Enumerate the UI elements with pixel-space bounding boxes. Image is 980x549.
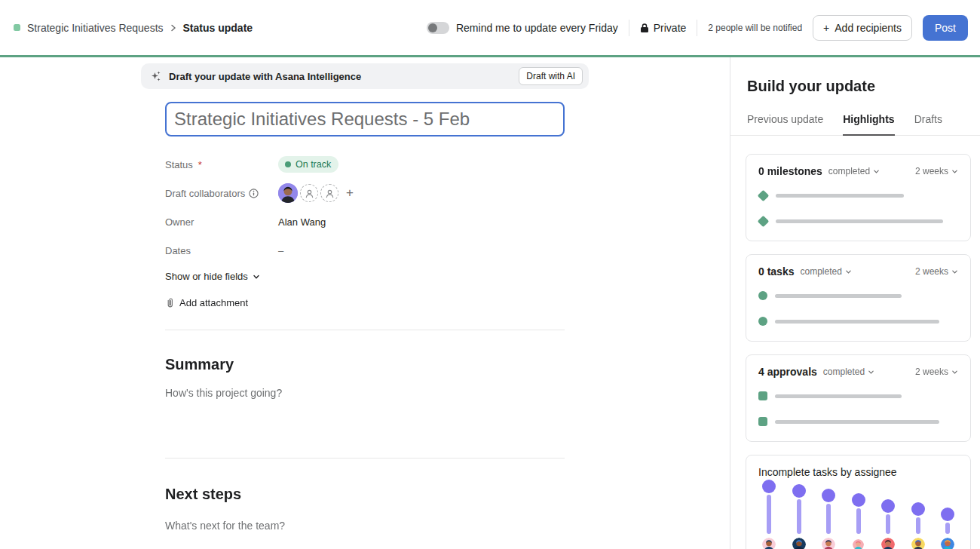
dates-field-label: Dates [165,245,278,256]
owner-value[interactable]: Alan Wang [278,216,326,228]
incomplete-tasks-lollipop-chart [758,480,958,549]
show-hide-fields-link[interactable]: Show or hide fields [165,271,565,282]
tab-drafts[interactable]: Drafts [914,113,942,135]
lollipop-stem [916,517,920,534]
tab-highlights[interactable]: Highlights [843,113,894,136]
header-controls: Remind me to update every Friday Private… [427,15,968,41]
section-divider [165,458,565,459]
assignee-lollipop-column [761,480,776,549]
next-steps-heading: Next steps [165,486,565,503]
tasks-card[interactable]: 0 tasks completed 2 weeks [746,254,971,342]
chevron-down-icon [951,369,958,376]
task-skeleton-row [758,314,958,329]
tasks-count: 0 tasks [758,265,794,278]
approval-skeleton-row [758,414,958,429]
assignee-lollipop-column [792,480,807,549]
status-field-row: Status* On track [165,150,565,179]
empty-collaborator-slot[interactable] [300,184,318,202]
chevron-down-icon [951,168,958,175]
lollipop-stem [886,514,890,534]
assignee-avatar [881,538,895,549]
milestone-diamond-icon [758,189,770,201]
lollipop-stem [767,495,771,534]
assignee-lollipop-column [880,480,896,549]
highlight-cards: 0 milestones completed 2 weeks [730,136,980,549]
lollipop-stem [797,499,801,534]
collaborator-avatars: + [278,183,354,203]
privacy-indicator[interactable]: Private [640,22,687,34]
required-asterisk: * [198,159,202,170]
summary-textarea-placeholder[interactable]: How's this project going? [165,387,565,399]
approvals-count: 4 approvals [758,366,817,378]
assignee-lollipop-column [911,480,926,549]
assignee-avatar [822,538,835,549]
update-title-input[interactable] [165,102,565,136]
milestone-diamond-icon [758,215,770,227]
add-attachment-button[interactable]: Add attachment [165,297,565,308]
reminder-toggle[interactable]: Remind me to update every Friday [427,22,618,34]
lollipop-stem [856,508,861,534]
draft-with-ai-button[interactable]: Draft with AI [519,67,583,85]
completed-filter-dropdown[interactable]: completed [800,266,851,277]
lollipop-head-dot [852,493,865,507]
lollipop-head-dot [792,484,806,498]
tab-previous-update[interactable]: Previous update [747,113,823,135]
milestones-count: 0 milestones [758,165,822,177]
project-color-dot-icon [14,24,20,31]
incomplete-tasks-chart-card[interactable]: Incomplete tasks by assignee [746,455,971,549]
assignee-avatar [911,538,925,549]
post-button[interactable]: Post [923,15,968,41]
assignee-avatar [792,538,806,549]
add-collaborator-button[interactable]: + [346,186,354,201]
milestone-skeleton-row [758,213,958,228]
empty-collaborator-slot[interactable] [320,184,338,202]
privacy-label: Private [654,22,687,34]
status-dot-icon [285,161,291,167]
lollipop-head-dot [822,489,835,502]
reminder-toggle-label: Remind me to update every Friday [456,22,618,34]
ai-banner-text: Draft your update with Asana Intelligenc… [169,71,512,82]
approval-square-icon [758,417,767,426]
completed-filter-dropdown[interactable]: completed [828,166,880,176]
owner-field-label: Owner [165,216,278,228]
build-update-sidebar: Build your update Previous update Highli… [730,57,980,549]
breadcrumb-current-page: Status update [183,22,253,34]
milestones-card[interactable]: 0 milestones completed 2 weeks [746,154,971,241]
task-circle-icon [758,317,767,326]
divider [629,20,629,36]
time-range-dropdown[interactable]: 2 weeks [915,367,958,377]
completed-filter-dropdown[interactable]: completed [823,367,874,377]
collaborator-avatar[interactable] [278,183,298,203]
next-steps-textarea-placeholder[interactable]: What's next for the team? [165,520,565,532]
info-icon[interactable] [249,189,259,198]
chevron-down-icon [845,268,852,275]
chevron-down-icon [868,369,874,376]
assignee-lollipop-column [821,480,836,549]
breadcrumb-project-link[interactable]: Strategic Initiatives Requests [27,22,164,34]
chevron-down-icon [873,168,880,175]
approval-square-icon [758,391,767,400]
sidebar-title: Build your update [747,78,980,95]
top-header-bar: Strategic Initiatives Requests Status up… [0,0,980,55]
task-skeleton-row [758,288,958,303]
task-circle-icon [758,291,767,300]
add-recipients-button[interactable]: + Add recipients [813,15,912,41]
assignee-avatar [941,538,954,549]
approvals-card[interactable]: 4 approvals completed 2 weeks [746,354,971,442]
time-range-dropdown[interactable]: 2 weeks [915,166,958,176]
summary-heading: Summary [165,356,565,373]
assignee-avatar [762,538,776,549]
sparkle-icon [150,70,162,82]
time-range-dropdown[interactable]: 2 weeks [915,266,958,277]
assignee-avatar [853,539,864,549]
lollipop-head-dot [941,508,954,521]
status-value-pill[interactable]: On track [278,156,338,173]
toggle-off-icon[interactable] [427,22,449,34]
add-recipients-label: Add recipients [835,22,902,34]
dates-value[interactable]: – [278,245,283,256]
dates-field-row: Dates – [165,236,565,265]
ai-suggestion-banner: Draft your update with Asana Intelligenc… [141,63,589,89]
lollipop-head-dot [762,480,776,493]
update-fields: Status* On track Draft collaborators [165,150,565,265]
plus-icon: + [823,22,829,34]
